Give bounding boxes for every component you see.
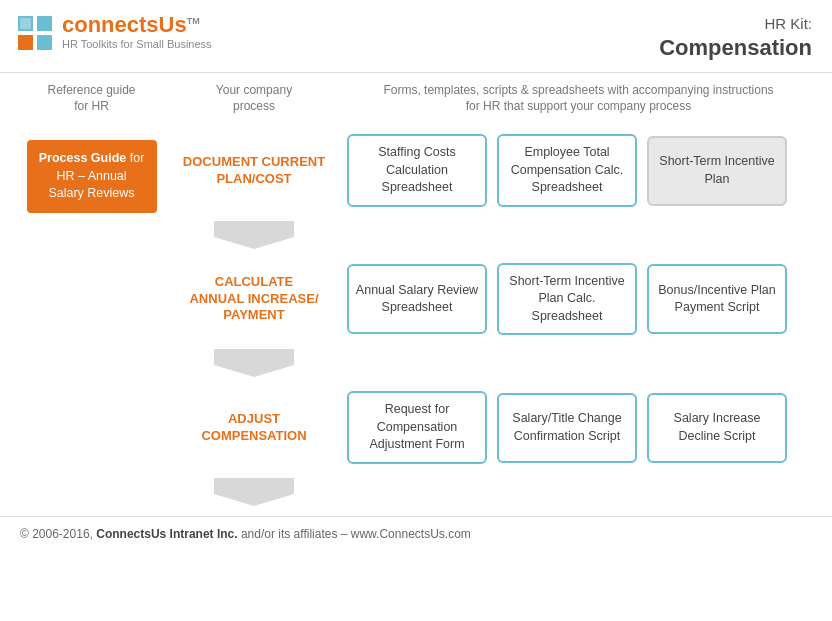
tools-row-3: Request for Compensation Adjustment Form… — [339, 377, 818, 478]
arrow-1 — [14, 221, 818, 249]
main-content: Process Guide for HR – Annual Salary Rev… — [0, 120, 832, 506]
tool-salary-title-change[interactable]: Salary/Title Change Confirmation Script — [497, 393, 637, 463]
tool-short-term-incentive-calc[interactable]: Short-Term Incentive Plan Calc. Spreadsh… — [497, 263, 637, 336]
header-title: HR Kit: Compensation — [659, 14, 812, 62]
logo-tagline: HR Toolkits for Small Business — [62, 38, 212, 50]
logo-tm: TM — [187, 16, 200, 26]
logo-area: connectsUsTM HR Toolkits for Small Busin… — [16, 14, 212, 52]
ref-guide-col-2 — [14, 249, 169, 350]
tool-short-term-incentive-1[interactable]: Short-Term Incentive Plan — [647, 136, 787, 206]
col-header-2: Your companyprocess — [169, 83, 339, 114]
process-step-1: DOCUMENT CURRENTPLAN/COST — [169, 120, 339, 221]
ref-guide-col: Process Guide for HR – Annual Salary Rev… — [14, 120, 169, 221]
down-arrow-1 — [214, 221, 294, 249]
tool-annual-salary-review[interactable]: Annual Salary Review Spreadsheet — [347, 264, 487, 334]
arrow-center-3 — [169, 478, 339, 506]
logo-name: connectsUsTM — [62, 14, 212, 36]
svg-rect-3 — [37, 35, 52, 50]
footer-copyright: © 2006-2016, — [20, 527, 96, 541]
tools-row-1: Staffing Costs Calculation Spreadsheet E… — [339, 120, 818, 221]
down-arrow-2 — [214, 349, 294, 377]
process-row-1: Process Guide for HR – Annual Salary Rev… — [14, 120, 818, 221]
svg-marker-7 — [214, 478, 294, 506]
tool-salary-decline[interactable]: Salary Increase Decline Script — [647, 393, 787, 463]
arrow-2 — [14, 349, 818, 377]
process-row-3: ADJUSTCOMPENSATION Request for Compensat… — [14, 377, 818, 478]
process-label-3: ADJUSTCOMPENSATION — [201, 411, 306, 445]
footer: © 2006-2016, ConnectsUs Intranet Inc. an… — [0, 516, 832, 551]
page-header: connectsUsTM HR Toolkits for Small Busin… — [0, 0, 832, 73]
process-step-3: ADJUSTCOMPENSATION — [169, 377, 339, 478]
svg-rect-2 — [18, 35, 33, 50]
kit-label: HR Kit: — [659, 14, 812, 34]
arrow-3 — [14, 478, 818, 506]
logo-icon — [16, 14, 54, 52]
svg-rect-4 — [20, 18, 31, 29]
arrow-center-2 — [169, 349, 339, 377]
ref-guide-col-3 — [14, 377, 169, 478]
svg-marker-5 — [214, 221, 294, 249]
ref-guide-box[interactable]: Process Guide for HR – Annual Salary Rev… — [27, 140, 157, 213]
tool-bonus-incentive[interactable]: Bonus/Incentive Plan Payment Script — [647, 264, 787, 334]
logo-name-brand: Us — [159, 12, 187, 37]
tool-staffing-costs[interactable]: Staffing Costs Calculation Spreadsheet — [347, 134, 487, 207]
process-label-2: CALCULATEANNUAL INCREASE/PAYMENT — [189, 274, 318, 325]
process-step-2: CALCULATEANNUAL INCREASE/PAYMENT — [169, 249, 339, 350]
col-header-3: Forms, templates, scripts & spreadsheets… — [339, 83, 818, 114]
logo-text: connectsUsTM HR Toolkits for Small Busin… — [62, 14, 212, 50]
kit-title: Compensation — [659, 34, 812, 63]
process-label-1: DOCUMENT CURRENTPLAN/COST — [183, 154, 325, 188]
tool-comp-adjustment[interactable]: Request for Compensation Adjustment Form — [347, 391, 487, 464]
col-header-1: Reference guidefor HR — [14, 83, 169, 114]
process-row-2: CALCULATEANNUAL INCREASE/PAYMENT Annual … — [14, 249, 818, 350]
tool-employee-total-comp[interactable]: Employee Total Compensation Calc. Spread… — [497, 134, 637, 207]
column-headers: Reference guidefor HR Your companyproces… — [14, 73, 818, 120]
footer-company: ConnectsUs Intranet Inc. — [96, 527, 237, 541]
svg-marker-6 — [214, 349, 294, 377]
logo-name-start: connects — [62, 12, 159, 37]
ref-guide-bold: Process Guide — [39, 151, 127, 165]
svg-rect-1 — [37, 16, 52, 31]
tools-row-2: Annual Salary Review Spreadsheet Short-T… — [339, 249, 818, 350]
arrow-center-1 — [169, 221, 339, 249]
down-arrow-3 — [214, 478, 294, 506]
footer-rest: and/or its affiliates – www.ConnectsUs.c… — [238, 527, 471, 541]
